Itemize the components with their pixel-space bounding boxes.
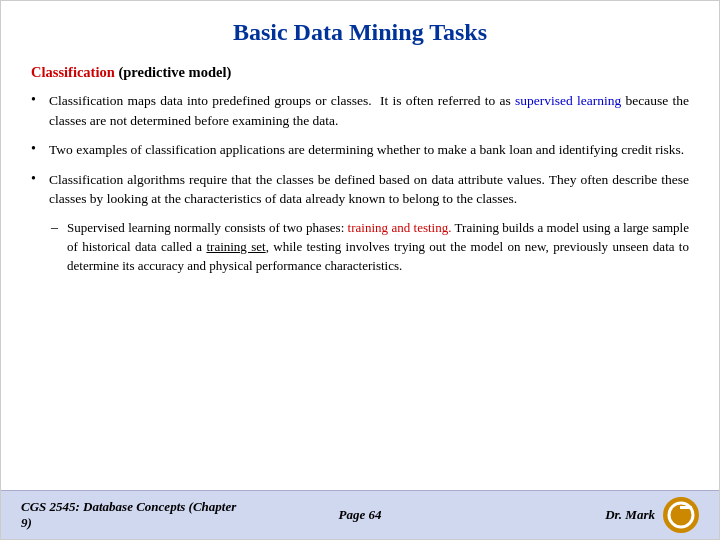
footer-logo — [663, 497, 699, 533]
sub-bullet-text: Supervised learning normally consists of… — [67, 219, 689, 276]
bullet-icon: • — [31, 91, 49, 108]
bullet-text-2: Two examples of classification applicati… — [49, 140, 684, 160]
training-set-underline: training set — [206, 239, 265, 254]
logo-icon — [663, 497, 699, 533]
training-testing-highlight: training and testing. — [348, 220, 452, 235]
footer-left: CGS 2545: Database Concepts (Chapter 9) — [21, 499, 247, 531]
footer-center: Page 64 — [247, 507, 473, 523]
section-label-normal: (predictive model) — [115, 64, 232, 80]
svg-rect-2 — [680, 506, 692, 509]
section-highlight: Classification — [31, 64, 115, 80]
bullet-text-1: Classification maps data into predefined… — [49, 91, 689, 130]
slide-container: Basic Data Mining Tasks Classification (… — [0, 0, 720, 540]
bullet-icon: • — [31, 140, 49, 157]
bullet-list: • Classification maps data into predefin… — [31, 91, 689, 275]
footer-right-text: Dr. Mark — [605, 507, 655, 523]
sub-bullet-icon: – — [51, 219, 67, 236]
list-item: • Classification algorithms require that… — [31, 170, 689, 209]
list-item: • Classification maps data into predefin… — [31, 91, 689, 130]
footer-right: Dr. Mark — [473, 497, 699, 533]
slide-footer: CGS 2545: Database Concepts (Chapter 9) … — [1, 490, 719, 539]
bullet-icon: • — [31, 170, 49, 187]
sub-text-before: Supervised learning normally consists of… — [67, 220, 348, 235]
slide-title: Basic Data Mining Tasks — [1, 1, 719, 56]
bullet-text-3: Classification algorithms require that t… — [49, 170, 689, 209]
sub-list-item: – Supervised learning normally consists … — [31, 219, 689, 276]
list-item: • Two examples of classification applica… — [31, 140, 689, 160]
section-header: Classification (predictive model) — [31, 64, 689, 81]
supervised-learning-link: supervised learning — [515, 93, 621, 108]
slide-content: Classification (predictive model) • Clas… — [1, 56, 719, 490]
